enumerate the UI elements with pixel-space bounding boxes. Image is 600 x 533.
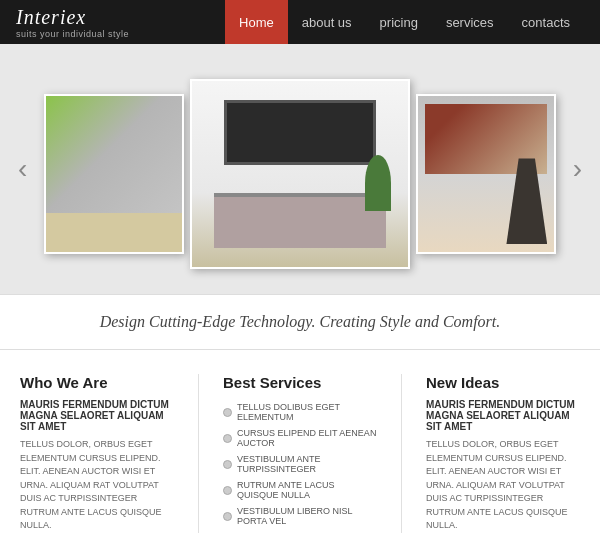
service-item-2: CURSUS ELIPEND ELIT AENEAN AUCTOR	[223, 425, 377, 451]
service-item-6: SCELERISQUE EGET, MALEADA AT, NEQUE	[223, 529, 377, 533]
col-who-we-are-text1: TELLUS DOLOR, ORBUS EGET ELEMENTUM CURSU…	[20, 438, 174, 533]
slider-prev-button[interactable]: ‹	[10, 145, 35, 193]
col-new-ideas-title: New Ideas	[426, 374, 580, 391]
room2-plant	[365, 155, 391, 211]
nav-item-home[interactable]: Home	[225, 0, 288, 44]
col-who-we-are: Who We Are MAURIS FERMENDUM DICTUM MAGNA…	[20, 374, 174, 533]
nav-item-about[interactable]: about us	[288, 0, 366, 44]
service-item-5: VESTIBULUM LIBERO NISL PORTA VEL	[223, 503, 377, 529]
logo-subtitle: suits your individual style	[16, 29, 136, 39]
service-item-4: RUTRUM ANTE LACUS QUISQUE NULLA	[223, 477, 377, 503]
slider-next-button[interactable]: ›	[565, 145, 590, 193]
room2-tv	[224, 100, 375, 165]
room1-image	[46, 96, 182, 252]
col-who-we-are-title: Who We Are	[20, 374, 174, 391]
slide-1	[44, 94, 184, 254]
room2-image	[192, 81, 408, 267]
content-section: Who We Are MAURIS FERMENDUM DICTUM MAGNA…	[0, 350, 600, 533]
col-best-services-title: Best Services	[223, 374, 377, 391]
slide-3	[416, 94, 556, 254]
logo-title: Interiex	[16, 6, 136, 29]
main-nav: Home about us pricing services contacts	[225, 0, 584, 44]
nav-item-contacts[interactable]: contacts	[508, 0, 584, 44]
slider-images	[44, 74, 556, 274]
room3-image	[418, 96, 554, 252]
slider-section: ‹ ›	[0, 44, 600, 294]
nav-item-pricing[interactable]: pricing	[366, 0, 432, 44]
col-best-services: Best Services TELLUS DOLIBUS EGET ELEMEN…	[223, 374, 377, 533]
tagline-text: Design Cutting-Edge Technology. Creating…	[100, 313, 501, 330]
col-who-we-are-subtitle: MAURIS FERMENDUM DICTUM MAGNA SELAORET A…	[20, 399, 174, 432]
tagline-section: Design Cutting-Edge Technology. Creating…	[0, 294, 600, 350]
divider-1	[198, 374, 199, 533]
service-item-1: TELLUS DOLIBUS EGET ELEMENTUM	[223, 399, 377, 425]
col-new-ideas: New Ideas MAURIS FERMENDUM DICTUM MAGNA …	[426, 374, 580, 533]
logo: Interiex suits your individual style	[16, 6, 136, 39]
header: Interiex suits your individual style Hom…	[0, 0, 600, 44]
slide-2	[190, 79, 410, 269]
room2-bed	[214, 193, 387, 249]
col-new-ideas-text1: TELLUS DOLOR, ORBUS EGET ELEMENTUM CURSU…	[426, 438, 580, 533]
col-new-ideas-subtitle: MAURIS FERMENDUM DICTUM MAGNA SELAORET A…	[426, 399, 580, 432]
divider-2	[401, 374, 402, 533]
service-item-3: VESTIBULUM ANTE TURPISSINTEGER	[223, 451, 377, 477]
services-list: TELLUS DOLIBUS EGET ELEMENTUM CURSUS ELI…	[223, 399, 377, 533]
nav-item-services[interactable]: services	[432, 0, 508, 44]
